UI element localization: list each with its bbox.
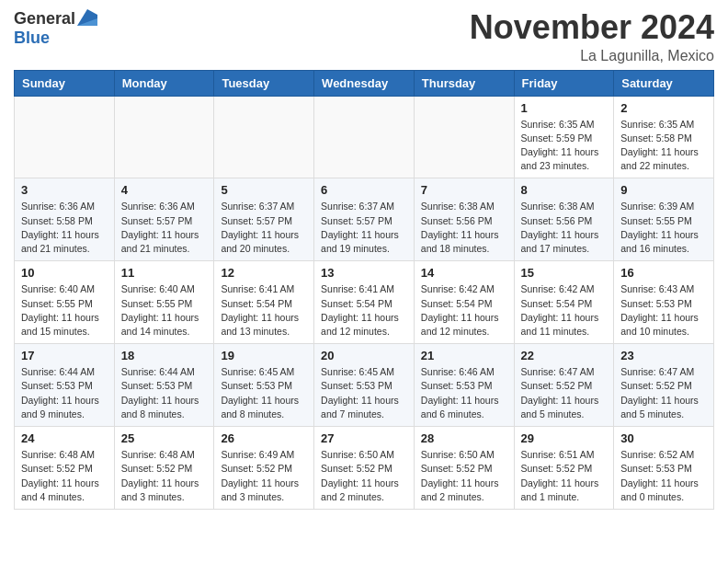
- day-info: Sunrise: 6:41 AM Sunset: 5:54 PM Dayligh…: [321, 282, 407, 339]
- calendar-cell: 12Sunrise: 6:41 AM Sunset: 5:54 PM Dayli…: [214, 261, 314, 344]
- day-info: Sunrise: 6:48 AM Sunset: 5:52 PM Dayligh…: [121, 448, 208, 504]
- day-number: 15: [521, 266, 608, 280]
- day-info: Sunrise: 6:50 AM Sunset: 5:52 PM Dayligh…: [321, 448, 407, 504]
- calendar-cell: 23Sunrise: 6:47 AM Sunset: 5:52 PM Dayli…: [614, 344, 714, 427]
- calendar-cell: 24Sunrise: 6:48 AM Sunset: 5:52 PM Dayli…: [15, 427, 115, 510]
- day-number: 12: [221, 266, 307, 280]
- day-info: Sunrise: 6:45 AM Sunset: 5:53 PM Dayligh…: [221, 365, 307, 421]
- calendar-week-row: 24Sunrise: 6:48 AM Sunset: 5:52 PM Dayli…: [15, 427, 714, 510]
- calendar-cell: 28Sunrise: 6:50 AM Sunset: 5:52 PM Dayli…: [414, 427, 514, 510]
- calendar-cell: 16Sunrise: 6:43 AM Sunset: 5:53 PM Dayli…: [614, 261, 714, 344]
- calendar-table: SundayMondayTuesdayWednesdayThursdayFrid…: [14, 70, 714, 510]
- title-area: November 2024 La Lagunilla, Mexico: [470, 9, 714, 64]
- weekday-header-thursday: Thursday: [414, 70, 514, 96]
- day-info: Sunrise: 6:46 AM Sunset: 5:53 PM Dayligh…: [421, 365, 507, 421]
- day-info: Sunrise: 6:48 AM Sunset: 5:52 PM Dayligh…: [21, 448, 108, 504]
- day-number: 24: [21, 431, 108, 445]
- day-info: Sunrise: 6:35 AM Sunset: 5:59 PM Dayligh…: [521, 118, 608, 174]
- day-info: Sunrise: 6:37 AM Sunset: 5:57 PM Dayligh…: [321, 200, 407, 256]
- location: La Lagunilla, Mexico: [470, 48, 714, 64]
- day-info: Sunrise: 6:40 AM Sunset: 5:55 PM Dayligh…: [121, 282, 208, 339]
- day-number: 4: [121, 183, 208, 197]
- day-number: 16: [620, 266, 707, 280]
- weekday-header-friday: Friday: [514, 70, 614, 96]
- calendar-cell: [114, 96, 214, 178]
- day-info: Sunrise: 6:45 AM Sunset: 5:53 PM Dayligh…: [321, 365, 407, 421]
- day-info: Sunrise: 6:47 AM Sunset: 5:52 PM Dayligh…: [620, 365, 707, 421]
- day-info: Sunrise: 6:36 AM Sunset: 5:58 PM Dayligh…: [21, 200, 108, 256]
- day-number: 6: [321, 183, 407, 197]
- calendar-cell: 22Sunrise: 6:47 AM Sunset: 5:52 PM Dayli…: [514, 344, 614, 427]
- day-number: 26: [221, 431, 307, 445]
- weekday-header-monday: Monday: [114, 70, 214, 96]
- day-info: Sunrise: 6:44 AM Sunset: 5:53 PM Dayligh…: [121, 365, 208, 421]
- logo-general-text: General: [14, 9, 75, 29]
- day-number: 29: [521, 431, 608, 445]
- calendar-cell: 14Sunrise: 6:42 AM Sunset: 5:54 PM Dayli…: [414, 261, 514, 344]
- month-title: November 2024: [470, 9, 714, 46]
- calendar-week-row: 3Sunrise: 6:36 AM Sunset: 5:58 PM Daylig…: [15, 178, 714, 261]
- logo: General Blue: [14, 9, 97, 48]
- day-info: Sunrise: 6:51 AM Sunset: 5:52 PM Dayligh…: [521, 448, 608, 504]
- calendar-cell: 8Sunrise: 6:38 AM Sunset: 5:56 PM Daylig…: [514, 178, 614, 261]
- calendar-cell: 20Sunrise: 6:45 AM Sunset: 5:53 PM Dayli…: [314, 344, 415, 427]
- calendar-cell: 3Sunrise: 6:36 AM Sunset: 5:58 PM Daylig…: [15, 178, 115, 261]
- calendar-cell: 25Sunrise: 6:48 AM Sunset: 5:52 PM Dayli…: [114, 427, 214, 510]
- day-info: Sunrise: 6:38 AM Sunset: 5:56 PM Dayligh…: [521, 200, 608, 256]
- calendar-cell: 13Sunrise: 6:41 AM Sunset: 5:54 PM Dayli…: [314, 261, 415, 344]
- day-number: 20: [321, 349, 407, 362]
- weekday-header-wednesday: Wednesday: [314, 70, 415, 96]
- day-info: Sunrise: 6:38 AM Sunset: 5:56 PM Dayligh…: [421, 200, 507, 256]
- day-number: 21: [421, 349, 507, 362]
- day-info: Sunrise: 6:52 AM Sunset: 5:53 PM Dayligh…: [620, 448, 707, 504]
- day-info: Sunrise: 6:43 AM Sunset: 5:53 PM Dayligh…: [620, 282, 707, 339]
- calendar-cell: 9Sunrise: 6:39 AM Sunset: 5:55 PM Daylig…: [614, 178, 714, 261]
- day-info: Sunrise: 6:41 AM Sunset: 5:54 PM Dayligh…: [221, 282, 307, 339]
- weekday-header-row: SundayMondayTuesdayWednesdayThursdayFrid…: [15, 70, 714, 96]
- calendar-week-row: 10Sunrise: 6:40 AM Sunset: 5:55 PM Dayli…: [15, 261, 714, 344]
- calendar-cell: 30Sunrise: 6:52 AM Sunset: 5:53 PM Dayli…: [614, 427, 714, 510]
- weekday-header-saturday: Saturday: [614, 70, 714, 96]
- calendar-week-row: 1Sunrise: 6:35 AM Sunset: 5:59 PM Daylig…: [15, 96, 714, 178]
- day-number: 10: [21, 266, 108, 280]
- header: General Blue November 2024 La Lagunilla,…: [14, 9, 714, 64]
- day-number: 25: [121, 431, 208, 445]
- calendar-cell: 5Sunrise: 6:37 AM Sunset: 5:57 PM Daylig…: [214, 178, 314, 261]
- logo-icon: [77, 9, 97, 26]
- day-number: 13: [321, 266, 407, 280]
- calendar-cell: [214, 96, 314, 178]
- day-number: 23: [620, 349, 707, 362]
- calendar-cell: 6Sunrise: 6:37 AM Sunset: 5:57 PM Daylig…: [314, 178, 415, 261]
- day-number: 28: [421, 431, 507, 445]
- day-info: Sunrise: 6:40 AM Sunset: 5:55 PM Dayligh…: [21, 282, 108, 339]
- calendar-cell: 2Sunrise: 6:35 AM Sunset: 5:58 PM Daylig…: [614, 96, 714, 178]
- day-info: Sunrise: 6:36 AM Sunset: 5:57 PM Dayligh…: [121, 200, 208, 256]
- calendar-cell: 10Sunrise: 6:40 AM Sunset: 5:55 PM Dayli…: [15, 261, 115, 344]
- day-info: Sunrise: 6:37 AM Sunset: 5:57 PM Dayligh…: [221, 200, 307, 256]
- day-info: Sunrise: 6:50 AM Sunset: 5:52 PM Dayligh…: [421, 448, 507, 504]
- calendar-cell: 17Sunrise: 6:44 AM Sunset: 5:53 PM Dayli…: [15, 344, 115, 427]
- calendar-page: General Blue November 2024 La Lagunilla,…: [0, 0, 728, 523]
- calendar-cell: 4Sunrise: 6:36 AM Sunset: 5:57 PM Daylig…: [114, 178, 214, 261]
- calendar-cell: 19Sunrise: 6:45 AM Sunset: 5:53 PM Dayli…: [214, 344, 314, 427]
- calendar-cell: [414, 96, 514, 178]
- day-number: 22: [521, 349, 608, 362]
- day-number: 14: [421, 266, 507, 280]
- calendar-cell: 18Sunrise: 6:44 AM Sunset: 5:53 PM Dayli…: [114, 344, 214, 427]
- calendar-cell: 29Sunrise: 6:51 AM Sunset: 5:52 PM Dayli…: [514, 427, 614, 510]
- calendar-cell: 27Sunrise: 6:50 AM Sunset: 5:52 PM Dayli…: [314, 427, 415, 510]
- day-number: 3: [21, 183, 108, 197]
- calendar-cell: [314, 96, 415, 178]
- day-number: 1: [521, 101, 608, 115]
- day-info: Sunrise: 6:47 AM Sunset: 5:52 PM Dayligh…: [521, 365, 608, 421]
- day-number: 2: [620, 101, 707, 115]
- calendar-cell: 21Sunrise: 6:46 AM Sunset: 5:53 PM Dayli…: [414, 344, 514, 427]
- day-info: Sunrise: 6:35 AM Sunset: 5:58 PM Dayligh…: [620, 118, 707, 174]
- calendar-cell: 1Sunrise: 6:35 AM Sunset: 5:59 PM Daylig…: [514, 96, 614, 178]
- day-number: 7: [421, 183, 507, 197]
- day-number: 19: [221, 349, 307, 362]
- day-info: Sunrise: 6:49 AM Sunset: 5:52 PM Dayligh…: [221, 448, 307, 504]
- calendar-cell: 11Sunrise: 6:40 AM Sunset: 5:55 PM Dayli…: [114, 261, 214, 344]
- weekday-header-tuesday: Tuesday: [214, 70, 314, 96]
- day-number: 11: [121, 266, 208, 280]
